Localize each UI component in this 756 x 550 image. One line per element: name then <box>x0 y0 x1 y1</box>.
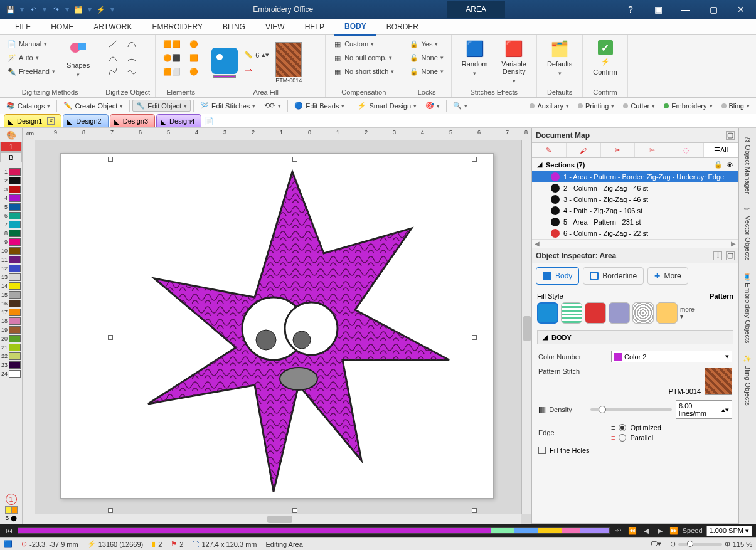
tab-border[interactable]: BORDER <box>376 19 429 35</box>
color-swatch-18[interactable]: 18 <box>0 317 22 325</box>
curve-tool[interactable] <box>105 51 120 64</box>
minimize-icon[interactable]: — <box>673 1 698 18</box>
zoom-slider[interactable] <box>678 543 722 546</box>
color-swatch-24[interactable]: 24 <box>0 369 22 378</box>
color-swatch-15[interactable]: 15 <box>0 290 22 299</box>
swatch-a[interactable] <box>5 506 11 514</box>
tab-bling[interactable]: BLING <box>213 19 255 35</box>
color-select[interactable]: Color 2▾ <box>611 351 732 362</box>
pin-icon[interactable]: ▢ <box>726 251 735 260</box>
tab-file[interactable]: FILE <box>5 19 41 35</box>
scrollbar-vertical[interactable] <box>521 140 531 514</box>
new-design-button[interactable]: 📄 <box>203 114 215 127</box>
pattern-thumb[interactable] <box>705 368 732 395</box>
timeline-skip-fwd-icon[interactable]: ⏩ <box>669 526 679 536</box>
color-swatch-10[interactable]: 10 <box>0 246 22 255</box>
resize-handle[interactable] <box>108 508 113 513</box>
vector-objects-tab[interactable]: ✏ Vector Objects <box>742 200 753 266</box>
density-input[interactable]: 6.00 lines/mm▴▾ <box>676 400 732 419</box>
speed-select[interactable]: 1.000 SPM ▾ <box>706 526 752 536</box>
bolt-icon[interactable]: ⚡ <box>94 3 108 16</box>
lock-icon[interactable]: 🔒 <box>714 161 723 169</box>
fillstyle-6[interactable] <box>656 302 678 324</box>
fillstyle-5[interactable] <box>632 302 654 324</box>
resize-handle[interactable] <box>108 157 113 162</box>
edit-object-button[interactable]: 🔧 Edit Object <box>132 100 191 112</box>
play-start-icon[interactable]: ⏮ <box>4 526 14 536</box>
color-swatch-2[interactable]: 2 <box>0 176 22 185</box>
body-expander[interactable]: ◢BODY <box>537 330 733 344</box>
section-item-4[interactable]: 4 - Path - Zig-Zag - 106 st <box>532 205 738 216</box>
edge-optimized-radio[interactable] <box>619 424 626 431</box>
color-swatch-12[interactable]: 12 <box>0 264 22 273</box>
color-swatch-8[interactable]: 8 <box>0 229 22 238</box>
edge-parallel-radio[interactable] <box>619 434 626 442</box>
tool-icon[interactable]: 🗂️ <box>72 3 85 16</box>
timeline-skip-back-icon[interactable]: ⏪ <box>627 526 637 536</box>
redo-icon[interactable]: ↷ <box>49 3 63 16</box>
bezier-tool[interactable] <box>124 38 139 50</box>
edit-beads-button[interactable]: 🔵 Edit Beads <box>290 100 348 112</box>
color-swatch-7[interactable]: 7 <box>0 220 22 229</box>
color-swatch-20[interactable]: 20 <box>0 334 22 343</box>
auxiliary-toggle[interactable]: Auxiliary <box>526 100 573 112</box>
resize-handle[interactable] <box>472 508 477 513</box>
freehand-button[interactable]: ✒️FreeHand <box>5 65 58 78</box>
confirm-button[interactable]: ✓⚡Confirm <box>588 38 622 78</box>
lock-yes[interactable]: 🔒Yes <box>407 38 445 50</box>
section-item-3[interactable]: 3 - Column - Zig-Zag - 46 st <box>532 194 738 205</box>
printing-toggle[interactable]: Printing <box>574 100 618 112</box>
lock-none2[interactable]: 🔓None <box>407 65 445 78</box>
shape-tool[interactable] <box>105 65 120 78</box>
timeline-play-icon[interactable]: ▶ <box>655 526 665 536</box>
manual-button[interactable]: 📄Manual <box>5 38 58 50</box>
elem-5[interactable]: 🟧 <box>187 51 201 64</box>
resize-handle[interactable] <box>292 157 297 162</box>
smart-design-button[interactable]: ⚡ Smart Design <box>354 100 420 112</box>
ribbon-toggle-icon[interactable]: ▣ <box>646 1 671 18</box>
color-swatch-19[interactable]: 19 <box>0 325 22 334</box>
catalogs-button[interactable]: 📚 Catalogs <box>3 100 54 112</box>
inspector-tab-body[interactable]: Body <box>536 267 579 285</box>
color-swatch-1[interactable]: 1 <box>0 167 22 176</box>
elem-3[interactable]: 🟧⬜ <box>161 65 183 78</box>
sections-header[interactable]: ◢ Sections (7) 🔒 👁 <box>532 158 738 171</box>
display-mode-icon[interactable]: 🖵▾ <box>651 540 661 548</box>
fillstyle-3[interactable] <box>585 302 606 324</box>
color-swatch-9[interactable]: 9 <box>0 238 22 246</box>
canvas[interactable] <box>35 140 531 524</box>
color-swatch-13[interactable]: 13 <box>0 273 22 282</box>
close-icon[interactable]: ✕ <box>728 1 753 18</box>
visible-icon[interactable]: 👁 <box>727 161 733 169</box>
auto-button[interactable]: 🪄Auto <box>5 51 58 64</box>
help-icon[interactable]: ? <box>618 1 643 18</box>
elem-4[interactable]: 🟠 <box>187 38 201 50</box>
slider-knob[interactable] <box>599 406 606 413</box>
cutter-toggle[interactable]: Cutter <box>619 100 659 112</box>
lock-none1[interactable]: 🔓None <box>407 51 445 64</box>
defaults-button[interactable]: 🗂️Defaults <box>542 38 577 79</box>
slider-knob[interactable] <box>687 541 693 547</box>
tab-help[interactable]: HELP <box>295 19 334 35</box>
palette-icon[interactable]: 🎨 <box>5 129 18 141</box>
color-swatch-3[interactable]: 3 <box>0 185 22 194</box>
edit-stitches-button[interactable]: 🪡 Edit Stitches <box>196 100 259 112</box>
layer-b-button[interactable]: B <box>0 152 22 162</box>
fillstyle-pattern[interactable] <box>537 302 558 324</box>
random-button[interactable]: 🟦Random <box>457 38 493 79</box>
inspector-tab-borderline[interactable]: Borderline <box>583 267 644 285</box>
tab-artwork[interactable]: ARTWORK <box>83 19 142 35</box>
resize-handle[interactable] <box>292 508 297 513</box>
save-icon[interactable]: 💾 <box>4 3 18 16</box>
resize-handle[interactable] <box>108 335 113 340</box>
maximize-icon[interactable]: ▢ <box>701 1 726 18</box>
tab-body[interactable]: BODY <box>334 18 376 36</box>
color-swatch-23[interactable]: 23 <box>0 361 22 369</box>
color-swatch-17[interactable]: 17 <box>0 308 22 317</box>
freeform-tool[interactable] <box>124 65 139 78</box>
design-tab-3[interactable]: ◣Design3 <box>110 114 155 127</box>
swatch-b[interactable] <box>11 506 18 514</box>
resize-handle[interactable] <box>472 157 477 162</box>
inspector-tab-more[interactable]: +More <box>647 267 688 285</box>
shortstitch-comp[interactable]: ▦No short stitch <box>331 65 397 78</box>
